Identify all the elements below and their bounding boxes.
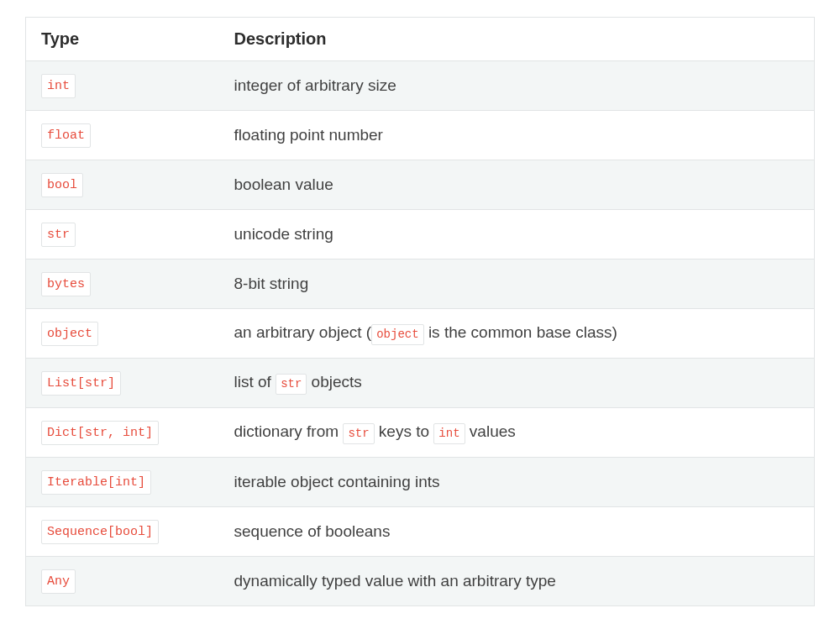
description-cell: floating point number — [219, 111, 815, 160]
type-cell: Any — [26, 557, 219, 606]
description-cell: boolean value — [219, 160, 815, 210]
type-cell: float — [26, 111, 219, 160]
desc-text: keys to — [375, 422, 434, 440]
header-description: Description — [219, 18, 815, 61]
type-code: int — [41, 74, 76, 98]
desc-text: integer of arbitrary size — [234, 76, 396, 94]
type-code: Sequence[bool] — [41, 520, 159, 544]
description-cell: dynamically typed value with an arbitrar… — [219, 557, 815, 606]
type-cell: bool — [26, 160, 219, 210]
types-table: Type Description int integer of arbitrar… — [25, 17, 815, 606]
type-cell: Dict[str, int] — [26, 408, 219, 458]
table-row: str unicode string — [26, 210, 815, 259]
description-cell: list of str objects — [219, 359, 815, 408]
table-row: Any dynamically typed value with an arbi… — [26, 557, 815, 606]
table-row: float floating point number — [26, 111, 815, 160]
table-row: int integer of arbitrary size — [26, 61, 815, 111]
description-cell: 8-bit string — [219, 259, 815, 309]
type-code: Any — [41, 569, 76, 594]
inline-code: object — [371, 324, 423, 346]
description-cell: sequence of booleans — [219, 507, 815, 557]
inline-code: int — [433, 423, 465, 445]
type-code: Iterable[int] — [41, 470, 151, 495]
description-cell: an arbitrary object (object is the commo… — [219, 309, 815, 359]
type-cell: List[str] — [26, 359, 219, 408]
type-code: object — [41, 322, 98, 346]
type-cell: bytes — [26, 259, 219, 309]
desc-text: boolean value — [234, 176, 333, 193]
type-code: bytes — [41, 272, 91, 296]
inline-code: str — [276, 374, 307, 396]
desc-text: dictionary from — [234, 422, 344, 440]
type-code: str — [41, 223, 76, 247]
desc-text: list of — [234, 373, 276, 391]
type-cell: Sequence[bool] — [26, 507, 219, 557]
type-cell: str — [26, 210, 219, 259]
type-cell: int — [26, 61, 219, 111]
description-cell: iterable object containing ints — [219, 458, 815, 507]
table-row: bool boolean value — [26, 160, 815, 210]
desc-text: 8-bit string — [234, 275, 309, 292]
table-row: List[str] list of str objects — [26, 359, 815, 408]
table-row: object an arbitrary object (object is th… — [26, 309, 815, 359]
type-code: Dict[str, int] — [41, 421, 159, 445]
table-row: bytes 8-bit string — [26, 259, 815, 309]
desc-text: floating point number — [234, 126, 383, 144]
desc-text: is the common base class) — [424, 323, 617, 341]
table-row: Iterable[int] iterable object containing… — [26, 458, 815, 507]
type-code: bool — [41, 173, 83, 197]
type-cell: object — [26, 309, 219, 359]
type-cell: Iterable[int] — [26, 458, 219, 507]
desc-text: unicode string — [234, 225, 333, 243]
desc-text: an arbitrary object ( — [234, 323, 372, 341]
description-cell: dictionary from str keys to int values — [219, 408, 815, 458]
inline-code: str — [343, 423, 374, 445]
table-row: Sequence[bool] sequence of booleans — [26, 507, 815, 557]
description-cell: integer of arbitrary size — [219, 61, 815, 111]
desc-text: sequence of booleans — [234, 522, 391, 540]
table-row: Dict[str, int] dictionary from str keys … — [26, 408, 815, 458]
description-cell: unicode string — [219, 210, 815, 259]
desc-text: dynamically typed value with an arbitrar… — [234, 572, 556, 590]
header-type: Type — [26, 18, 219, 61]
table-header-row: Type Description — [26, 18, 815, 61]
type-code: float — [41, 123, 91, 148]
desc-text: values — [465, 422, 516, 440]
desc-text: iterable object containing ints — [234, 473, 440, 490]
desc-text: objects — [307, 373, 361, 391]
type-code: List[str] — [41, 371, 121, 396]
